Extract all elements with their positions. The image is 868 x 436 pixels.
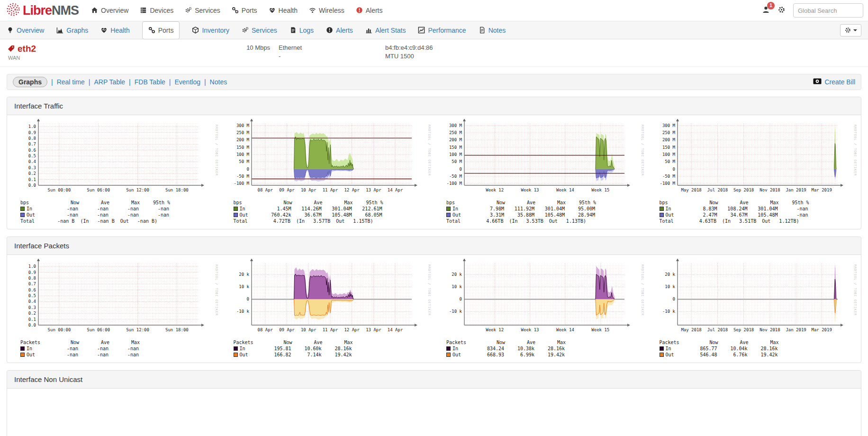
file-solid-icon (289, 27, 297, 34)
graph-traffic-day[interactable]: Sun 00:00Sun 06:00Sun 12:00Sun 18:000.00… (8, 119, 221, 226)
svg-text:Jul 2018: Jul 2018 (707, 327, 727, 332)
graph-packets-year[interactable]: May 2018Jul 2018Sep 2018Nov 2018Jan 2019… (647, 259, 860, 360)
graph-legend: PacketsNowAveMaxIn834.2410.38k28.16kOut6… (446, 339, 645, 358)
svg-text:0.3: 0.3 (28, 165, 36, 170)
interface-non-unicast-heading: Interface Non Unicast (7, 371, 861, 389)
svg-text:12 Apr: 12 Apr (344, 327, 360, 332)
svg-text:0: 0 (246, 167, 249, 172)
svg-text:09 Apr: 09 Apr (279, 188, 295, 192)
create-bill-button[interactable]: Create Bill (813, 78, 855, 86)
svg-text:May 2018: May 2018 (681, 327, 701, 332)
graph-packets-week[interactable]: 08 Apr09 Apr10 Apr11 Apr12 Apr13 Apr14 A… (221, 259, 434, 360)
global-search-input[interactable] (793, 3, 863, 18)
svg-text:Week 12: Week 12 (486, 188, 504, 192)
tab-inventory[interactable]: Inventory (192, 21, 229, 39)
svg-text:Sun 06:00: Sun 06:00 (87, 327, 110, 332)
svg-text:Week 15: Week 15 (591, 188, 609, 192)
area-chart-icon (56, 27, 63, 34)
svg-text:-50 M: -50 M (449, 174, 462, 179)
svg-text:Week 15: Week 15 (591, 327, 609, 332)
svg-text:Week 12: Week 12 (486, 327, 504, 332)
graph-packets-month[interactable]: Week 12Week 13Week 14Week 15-10 k010 k20… (434, 259, 647, 360)
subnav-eventlog[interactable]: Eventlog (174, 78, 200, 86)
svg-text:0.2: 0.2 (28, 311, 36, 316)
graph-traffic-week[interactable]: 08 Apr09 Apr10 Apr11 Apr12 Apr13 Apr14 A… (221, 119, 434, 226)
settings-gear-icon[interactable] (778, 6, 786, 16)
graph-packets-day[interactable]: Sun 00:00Sun 06:00Sun 12:00Sun 18:000.00… (8, 259, 221, 360)
tab-performance[interactable]: Performance (418, 21, 466, 39)
link-icon (232, 7, 239, 14)
rrdtool-watermark: RRDTOOL / TOBI OETIKER (853, 264, 857, 316)
svg-text:Week 13: Week 13 (521, 188, 539, 192)
rrdtool-watermark: RRDTOOL / TOBI OETIKER (641, 264, 644, 316)
svg-text:0.9: 0.9 (28, 130, 36, 135)
tab-alert-stats[interactable]: Alert Stats (365, 21, 406, 39)
graph-traffic-year[interactable]: May 2018Jul 2018Sep 2018Nov 2018Jan 2019… (647, 119, 860, 226)
graph-traffic-month[interactable]: Week 12Week 13Week 14Week 15-100 M-50 M0… (434, 119, 647, 226)
subnav-notes[interactable]: Notes (210, 78, 227, 86)
svg-text:200 M: 200 M (662, 137, 675, 142)
svg-text:0: 0 (246, 297, 249, 301)
svg-text:11 Apr: 11 Apr (322, 188, 338, 192)
svg-text:Nov 2018: Nov 2018 (760, 327, 780, 332)
tab-ports[interactable]: Ports (142, 21, 180, 39)
tab-overview[interactable]: Overview (7, 21, 44, 39)
graph-legend: bpsNowAveMax95th %In-nan-nan-nan-nanOut-… (20, 200, 219, 224)
tab-logs[interactable]: Logs (289, 21, 314, 39)
svg-text:-10 k: -10 k (662, 309, 675, 314)
top-nav-items: Overview Devices Services Ports Health W… (91, 7, 762, 14)
nav-wireless[interactable]: Wireless (309, 7, 344, 14)
tab-settings-dropdown[interactable] (840, 24, 861, 36)
rrdtool-watermark: RRDTOOL / TOBI OETIKER (215, 125, 218, 176)
svg-text:10 k: 10 k (665, 284, 675, 289)
rrdtool-watermark: RRDTOOL / TOBI OETIKER (641, 125, 644, 176)
link-icon (148, 27, 155, 34)
nav-health[interactable]: Health (269, 7, 298, 14)
svg-text:200 M: 200 M (449, 137, 462, 142)
notification-badge: 1 (767, 2, 775, 9)
svg-text:300 M: 300 M (662, 123, 675, 128)
svg-text:Nov 2018: Nov 2018 (760, 188, 780, 192)
svg-text:Week 14: Week 14 (556, 327, 574, 332)
subnav-fdb-table[interactable]: FDB Table (135, 78, 165, 86)
user-menu[interactable]: 1 (762, 6, 770, 16)
top-navbar: LibreNMS Overview Devices Services Ports… (0, 0, 868, 21)
nav-devices[interactable]: Devices (140, 7, 173, 14)
chevron-down-icon (853, 29, 857, 31)
nav-ports[interactable]: Ports (232, 7, 257, 14)
svg-text:Sun 00:00: Sun 00:00 (48, 327, 71, 332)
svg-text:13 Apr: 13 Apr (366, 188, 381, 192)
subnav-real-time[interactable]: Real time (57, 78, 85, 86)
svg-text:0.3: 0.3 (28, 305, 36, 310)
tab-notes[interactable]: Notes (479, 21, 506, 39)
nav-services[interactable]: Services (185, 7, 220, 14)
rrdtool-watermark: RRDTOOL / TOBI OETIKER (215, 264, 218, 316)
svg-text:0.5: 0.5 (28, 154, 36, 158)
svg-text:0.4: 0.4 (28, 159, 36, 164)
svg-text:10 k: 10 k (239, 284, 249, 289)
subnav-graphs-active[interactable]: Graphs (13, 77, 47, 87)
port-mac-mtu: b4:fb:e4:c9:d4:86 MTU 1500 (385, 44, 489, 61)
svg-text:150 M: 150 M (449, 145, 462, 150)
graph-legend: PacketsNowAveMaxIn-nan-nan-nanOut-nan-na… (20, 339, 219, 358)
interface-traffic-panel: Interface Traffic Sun 00:00Sun 06:00Sun … (7, 97, 861, 229)
nav-alerts[interactable]: Alerts (356, 7, 383, 14)
port-alias: WAN (8, 55, 234, 61)
tab-health[interactable]: Health (100, 21, 129, 39)
tab-services[interactable]: Services (242, 21, 277, 39)
svg-text:Mar 2019: Mar 2019 (811, 327, 832, 332)
svg-text:Sun 06:00: Sun 06:00 (87, 188, 110, 192)
alert-icon (356, 7, 363, 14)
svg-text:100 M: 100 M (236, 152, 249, 157)
svg-text:14 Apr: 14 Apr (387, 188, 403, 192)
svg-text:0.0: 0.0 (28, 323, 36, 327)
tab-graphs[interactable]: Graphs (56, 21, 88, 39)
svg-text:Sep 2018: Sep 2018 (733, 188, 753, 192)
tab-alerts[interactable]: Alerts (326, 21, 353, 39)
separator: | (129, 78, 131, 86)
librenms-logo[interactable]: LibreNMS (7, 3, 79, 18)
nav-overview[interactable]: Overview (91, 7, 128, 14)
rrdtool-watermark: RRDTOOL / TOBI OETIKER (427, 125, 431, 176)
subnav-arp-table[interactable]: ARP Table (94, 78, 125, 86)
interface-packets-panel: Interface Packets Sun 00:00Sun 06:00Sun … (7, 236, 861, 363)
